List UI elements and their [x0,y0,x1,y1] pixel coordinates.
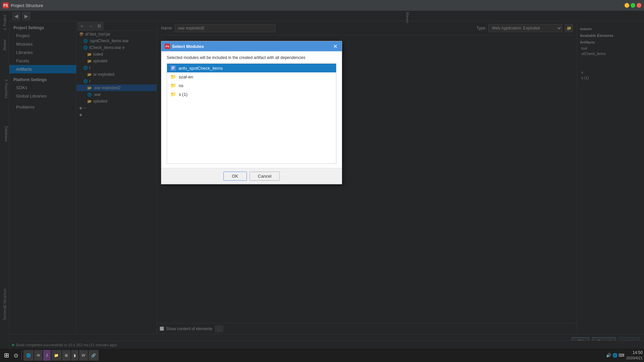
taskbar-mail[interactable]: ✉ [34,350,43,361]
modal-close-button[interactable]: ✕ [332,43,338,50]
window-controls [625,3,641,8]
module-list[interactable]: anfu_spotCheck_items 📁 szaf-en 📁 ns 📁 s … [167,63,336,164]
folder-icon: 📁 [170,74,176,79]
module-item[interactable]: 📁 ns [167,81,336,90]
taskbar-intellij[interactable]: J [43,350,51,361]
minimize-button[interactable] [625,3,629,8]
search-button[interactable]: ⊙ [12,351,20,360]
taskbar-ie[interactable]: 🌐 [23,350,34,361]
module-label: anfu_spotCheck_items [178,66,223,71]
taskbar-explorer[interactable]: 📁 [51,350,61,361]
svg-rect-1 [172,67,174,67]
module-label: szaf-en [179,74,193,79]
taskbar-misc[interactable]: 🔗 [89,350,99,361]
module-item[interactable]: 📁 s (1) [167,90,336,99]
module-item-selected[interactable]: anfu_spotCheck_items [167,64,336,72]
module-label: s (1) [179,92,187,97]
taskbar-terminal[interactable]: ▮ [71,350,78,361]
taskbar-apps[interactable]: ⊞ [62,350,70,361]
clock: 14:50 2020/4/21 [626,350,643,360]
title-bar: PS Project Structure [0,0,644,11]
folder-icon: 📁 [170,83,176,88]
taskbar-divider [21,351,22,360]
modal-ok-button[interactable]: OK [223,172,247,181]
tray-icons: 🔊 🌐 ⌨ [606,353,624,358]
modal-cancel-button[interactable]: Cancel [250,172,280,181]
module-label: ns [179,83,183,88]
close-button[interactable] [637,3,641,8]
modal-body: Selected modules will be included in the… [161,51,342,168]
start-button[interactable]: ⊞ [1,350,12,360]
modal-app-icon: PS [165,44,170,49]
time: 14:50 [626,350,643,356]
module-item[interactable]: 📁 szaf-en [167,72,336,81]
svg-rect-2 [172,68,174,68]
modal-title: Select Modules [172,44,204,49]
modal-overlay: PS Select Modules ✕ Selected modules wil… [0,11,644,349]
module-icon [170,65,176,71]
modal-footer: OK Cancel [161,168,342,184]
select-modules-dialog: PS Select Modules ✕ Selected modules wil… [161,41,342,184]
modal-title-bar: PS Select Modules ✕ [161,41,342,51]
folder-icon: 📁 [170,92,176,97]
app-icon: PS [3,2,9,8]
modal-description: Selected modules will be included in the… [167,55,336,60]
window-title: Project Structure [11,3,625,8]
date: 2020/4/21 [626,356,643,360]
svg-rect-3 [172,69,173,69]
maximize-button[interactable] [631,3,635,8]
taskbar: ⊞ ⊙ 🌐 ✉ J 📁 ⊞ ▮ W 🔗 🔊 🌐 ⌨ 14:50 2020/4/2… [0,349,644,362]
taskbar-wechat[interactable]: W [79,350,88,361]
system-tray: 🔊 🌐 ⌨ 14:50 2020/4/21 [606,350,643,360]
